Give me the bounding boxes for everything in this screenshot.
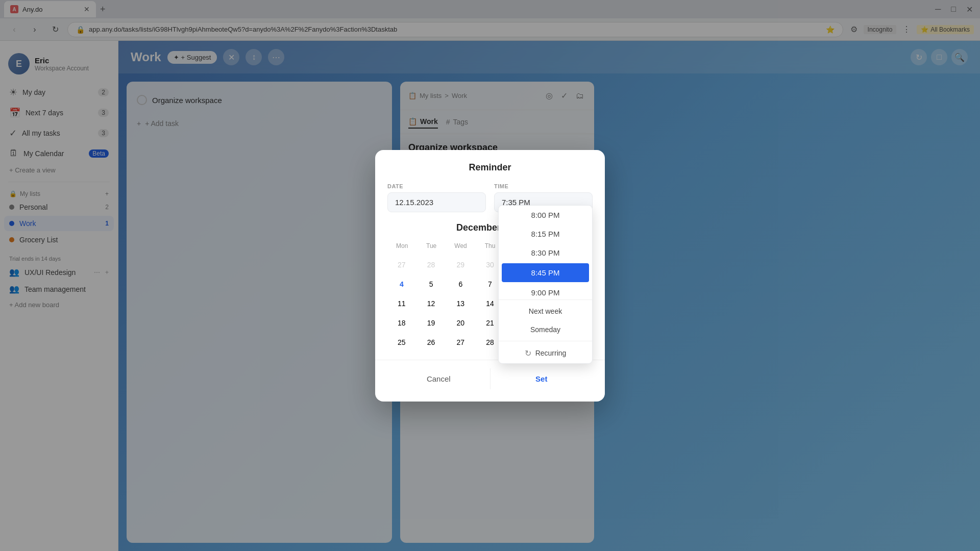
time-option-845pm[interactable]: 8:45 PM xyxy=(502,263,589,282)
cal-day[interactable]: 14 xyxy=(481,294,499,313)
set-button[interactable]: Set xyxy=(491,368,593,389)
date-input[interactable]: 12.15.2023 xyxy=(387,192,486,212)
cal-day[interactable]: 21 xyxy=(481,314,499,332)
cal-day[interactable]: 28 xyxy=(481,333,499,352)
next-week-option[interactable]: Next week xyxy=(499,302,592,320)
time-option-800pm[interactable]: 8:00 PM xyxy=(499,206,592,224)
cal-day[interactable]: 12 xyxy=(422,294,440,313)
time-option-900pm[interactable]: 9:00 PM xyxy=(499,283,592,297)
time-label: TIME xyxy=(494,183,593,189)
cal-day[interactable]: 27 xyxy=(451,333,470,352)
cal-day[interactable]: 28 xyxy=(422,256,440,274)
cal-day[interactable]: 19 xyxy=(422,314,440,332)
day-mon: Mon xyxy=(387,240,416,252)
day-wed: Wed xyxy=(446,240,475,252)
date-label: DATE xyxy=(387,183,486,189)
someday-option[interactable]: Someday xyxy=(499,320,592,339)
cal-day[interactable]: 7 xyxy=(481,275,499,293)
time-sep-2 xyxy=(499,341,592,341)
cal-day[interactable]: 25 xyxy=(393,333,411,352)
time-option-830pm[interactable]: 8:30 PM xyxy=(499,243,592,262)
modal-actions: Cancel Set xyxy=(387,368,593,389)
recurring-label: Recurring xyxy=(535,349,567,357)
cal-day-4[interactable]: 4 xyxy=(393,275,411,293)
cal-day[interactable]: 11 xyxy=(393,294,411,313)
cal-day[interactable]: 18 xyxy=(393,314,411,332)
reminder-modal: Reminder DATE 12.15.2023 TIME 7:35 PM De… xyxy=(375,150,605,402)
cal-day[interactable]: 5 xyxy=(422,275,440,293)
time-sep-1 xyxy=(499,299,592,300)
cancel-button[interactable]: Cancel xyxy=(387,368,490,389)
time-dropdown: 8:00 PM 8:15 PM 8:30 PM 8:45 PM 9:00 PM … xyxy=(498,205,593,364)
time-option-815pm[interactable]: 8:15 PM xyxy=(499,224,592,243)
cal-day[interactable]: 13 xyxy=(451,294,470,313)
time-options-scroll[interactable]: 8:00 PM 8:15 PM 8:30 PM 8:45 PM 9:00 PM … xyxy=(499,206,592,297)
cal-day[interactable]: 26 xyxy=(422,333,440,352)
cal-day[interactable]: 6 xyxy=(451,275,470,293)
day-tue: Tue xyxy=(416,240,446,252)
date-field-group: DATE 12.15.2023 xyxy=(387,183,486,212)
recurring-icon: ↻ xyxy=(525,348,531,358)
modal-title: Reminder xyxy=(387,162,593,173)
cal-day[interactable]: 20 xyxy=(451,314,470,332)
cal-day[interactable]: 30 xyxy=(481,256,499,274)
cal-day[interactable]: 27 xyxy=(393,256,411,274)
modal-overlay[interactable]: Reminder DATE 12.15.2023 TIME 7:35 PM De… xyxy=(0,0,980,551)
cal-day[interactable]: 29 xyxy=(451,256,470,274)
recurring-option[interactable]: ↻ Recurring xyxy=(499,343,592,363)
